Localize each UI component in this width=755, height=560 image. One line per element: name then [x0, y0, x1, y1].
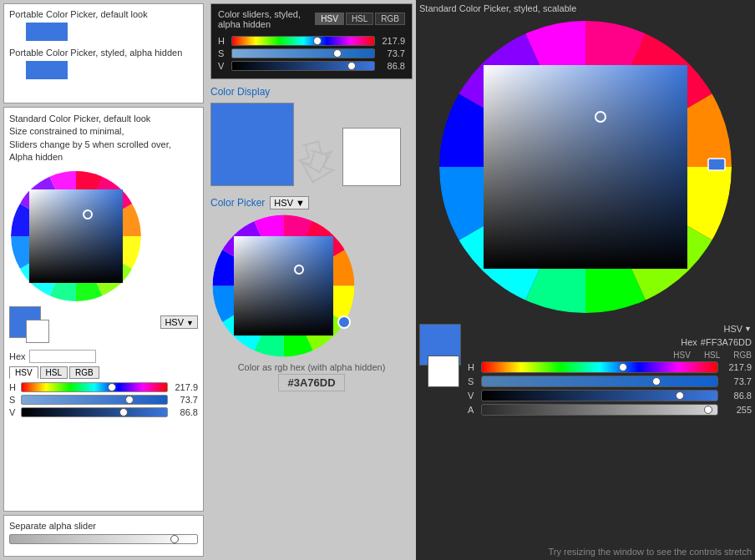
right-swatches — [419, 324, 461, 387]
right-bottom: HSV ▼ Hex #FF3A76DD HSV HSL RGB H — [419, 324, 752, 418]
v-thumb[interactable] — [119, 408, 128, 416]
hex-input[interactable]: #3A76DD — [29, 350, 96, 363]
rgb-hex-label: Color as rgb hex (with alpha hidden) — [214, 362, 409, 372]
s-thumb[interactable] — [125, 396, 134, 404]
sq-foreign[interactable] — [29, 189, 123, 283]
svg-marker-3 — [297, 139, 336, 176]
portable-swatch-2 — [26, 61, 68, 79]
swap-arrows-icon — [297, 136, 339, 186]
small-color-wheel-area — [9, 169, 198, 303]
s-slider[interactable] — [21, 395, 168, 405]
rgb-hex-value: #3A76DD — [278, 374, 344, 391]
standard-picker-box: Standard Color Picker, default look Size… — [3, 107, 204, 512]
picker-title-row: Color Picker HSV ▼ — [210, 196, 413, 209]
wheel-ring-thumb[interactable] — [338, 316, 350, 328]
alpha-slider[interactable] — [9, 534, 198, 544]
big-blue-swatch — [210, 103, 294, 186]
dark-s-slider[interactable] — [231, 48, 375, 58]
v-slider[interactable] — [21, 407, 168, 417]
small-wheel-svg[interactable] — [9, 169, 143, 303]
right-hsv-label: HSV — [673, 351, 691, 360]
right-rgb-label: RGB — [733, 351, 752, 360]
right-s-row: S 73.7 — [468, 376, 752, 387]
right-hex-row: Hex #FF3A76DD — [468, 337, 752, 347]
picker-title: Color Picker — [210, 197, 265, 209]
svg-marker-4 — [297, 149, 337, 186]
rgb-btn[interactable]: RGB — [69, 366, 99, 379]
right-h-row: H 217.9 — [468, 361, 752, 373]
dark-rgb-btn[interactable]: RGB — [375, 13, 405, 25]
right-a-row: A 255 — [468, 404, 752, 416]
dark-hsv-btn[interactable]: HSV — [315, 13, 344, 25]
big-wheel-thumb[interactable] — [708, 159, 725, 170]
h-slider-row: H 217.9 — [9, 382, 198, 392]
picker-mode-button[interactable]: HSV ▼ — [270, 196, 309, 209]
rgb-hex-section: Color as rgb hex (with alpha hidden) #3A… — [210, 359, 413, 395]
right-hsl-label: HSL — [704, 351, 720, 360]
v-slider-row: V 86.8 — [9, 407, 198, 417]
right-mode-row: HSV ▼ — [468, 324, 752, 334]
left-swatch-pair — [9, 306, 41, 338]
right-v-thumb[interactable] — [676, 391, 684, 400]
right-h-slider[interactable] — [481, 361, 718, 373]
big-wheel-wrapper[interactable] — [435, 17, 736, 317]
right-small-swatch — [428, 356, 459, 387]
dark-s-row: S 73.7 — [218, 48, 405, 58]
right-sliders-area: HSV ▼ Hex #FF3A76DD HSV HSL RGB H — [468, 324, 752, 418]
portable-pickers-box: Portable Color Picker, default look Port… — [3, 3, 204, 103]
dark-v-row: V 86.8 — [218, 61, 405, 71]
mid-wheel-wrapper[interactable] — [210, 213, 357, 359]
mid-color-picker-section: Color Picker HSV ▼ — [210, 196, 413, 359]
dark-h-row: H 217.9 — [218, 36, 405, 46]
small-wheel-wrapper[interactable] — [9, 169, 143, 303]
dark-h-thumb[interactable] — [313, 37, 322, 45]
mode-buttons: HSV HSL RGB — [9, 366, 198, 379]
right-tab-labels: HSV HSL RGB — [468, 351, 752, 360]
hsl-btn[interactable]: HSL — [40, 366, 68, 379]
right-panel: Standard Color Picker, styled, scalable — [416, 0, 755, 560]
right-h-thumb[interactable] — [619, 363, 627, 371]
hsv-select-button[interactable]: HSV ▼ — [160, 315, 198, 329]
portable-swatch-1 — [26, 23, 68, 41]
picker-dropdown-arrow: ▼ — [296, 198, 305, 208]
left-prev-swatch — [26, 320, 49, 343]
alpha-label: Separate alpha slider — [9, 521, 198, 531]
color-display-swatches — [210, 103, 413, 186]
dark-v-slider[interactable] — [231, 61, 375, 71]
big-wheel-svg[interactable] — [435, 17, 736, 317]
right-a-slider[interactable] — [481, 404, 718, 416]
top-sliders-box: Color sliders, styled, alpha hidden HSV … — [210, 3, 413, 79]
standard-label: Standard Color Picker, default look Size… — [9, 113, 198, 164]
portable-label-1: Portable Color Picker, default look — [9, 9, 198, 19]
middle-panel: Color sliders, styled, alpha hidden HSV … — [207, 0, 416, 560]
hex-row: Hex #3A76DD — [9, 350, 198, 363]
dark-v-thumb[interactable] — [347, 62, 356, 70]
color-display-section: Color Display — [210, 83, 413, 196]
h-slider[interactable] — [21, 382, 168, 392]
sliders-title: Color sliders, styled, alpha hidden — [218, 9, 315, 29]
hsv-dropdown-arrow: ▼ — [186, 319, 194, 327]
mid-wheel-svg[interactable] — [210, 213, 357, 359]
right-a-thumb[interactable] — [704, 406, 712, 414]
h-thumb[interactable] — [108, 383, 116, 391]
dark-s-thumb[interactable] — [333, 49, 342, 58]
right-s-thumb[interactable] — [652, 377, 661, 386]
alpha-thumb[interactable] — [170, 535, 179, 543]
right-v-row: V 86.8 — [468, 390, 752, 401]
alpha-section: Separate alpha slider — [3, 515, 204, 557]
left-panel: Portable Color Picker, default look Port… — [0, 0, 207, 560]
s-slider-row: S 73.7 — [9, 395, 198, 405]
dark-tab-row: HSV HSL RGB — [315, 13, 405, 25]
right-s-slider[interactable] — [481, 376, 718, 387]
right-dropdown-arrow-icon: ▼ — [744, 325, 752, 333]
right-v-slider[interactable] — [481, 390, 718, 401]
hsv-btn[interactable]: HSV — [9, 366, 38, 379]
portable-label-2: Portable Color Picker, styled, alpha hid… — [9, 48, 198, 58]
resize-hint: Try resizing the window to see the contr… — [419, 543, 752, 557]
dark-hsl-btn[interactable]: HSL — [346, 13, 373, 25]
small-white-swatch — [342, 128, 401, 186]
right-title: Standard Color Picker, styled, scalable — [419, 3, 752, 13]
color-display-title: Color Display — [210, 86, 413, 98]
dark-h-slider[interactable] — [231, 36, 375, 46]
